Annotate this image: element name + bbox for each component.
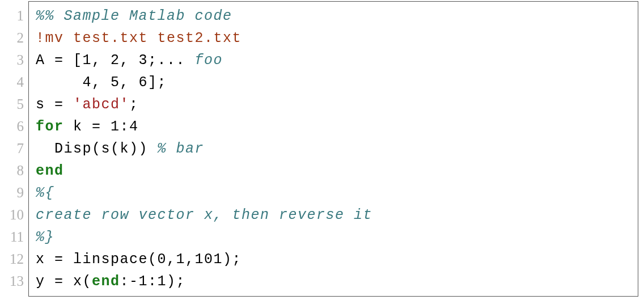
line-number: 9 <box>0 181 24 204</box>
code-box: %% Sample Matlab code !mv test.txt test2… <box>28 1 638 297</box>
line-number: 10 <box>0 204 24 226</box>
code-line: end <box>36 160 638 182</box>
code-line: 4, 5, 6]; <box>36 71 638 94</box>
code-line: %{ <box>36 182 638 204</box>
line-number: 8 <box>0 159 24 181</box>
code-line: A = [1, 2, 3;... foo <box>36 49 638 71</box>
token-keyword: for <box>36 119 64 135</box>
token-comment: % bar <box>158 141 205 157</box>
line-number: 5 <box>0 93 24 115</box>
code-line: !mv test.txt test2.txt <box>36 27 638 49</box>
token-default: Disp(s(k)) <box>36 141 158 157</box>
line-number: 13 <box>0 270 24 292</box>
token-default: k = 1:4 <box>64 119 139 135</box>
token-default: 4, 5, 6]; <box>36 74 167 91</box>
line-number: 3 <box>0 49 24 71</box>
token-default: s = <box>36 96 73 113</box>
code-line: for k = 1:4 <box>36 116 638 138</box>
token-default: A = [1, 2, 3;... <box>36 52 195 69</box>
token-default: ; <box>129 96 139 113</box>
line-number: 6 <box>0 115 24 137</box>
code-line: y = x(end:-1:1); <box>36 271 638 293</box>
token-keyword: end <box>92 273 120 290</box>
token-comment: create row vector x, then reverse it <box>36 207 372 223</box>
token-default: :-1:1); <box>120 273 186 290</box>
code-line: %% Sample Matlab code <box>36 5 638 27</box>
token-string: 'abcd' <box>73 96 129 113</box>
token-default: y = x( <box>36 273 92 290</box>
code-line: %} <box>36 226 638 248</box>
token-syscmd: !mv test.txt test2.txt <box>36 30 242 47</box>
code-listing: 1 2 3 4 5 6 7 8 9 10 11 12 13 %% Sample … <box>0 0 644 298</box>
code-line: s = 'abcd'; <box>36 94 638 116</box>
line-number: 7 <box>0 137 24 159</box>
line-number: 2 <box>0 27 24 49</box>
token-default: x = linspace(0,1,101); <box>36 251 242 268</box>
token-comment: %} <box>36 229 54 246</box>
code-line: x = linspace(0,1,101); <box>36 248 638 271</box>
token-keyword: end <box>36 163 64 179</box>
token-comment: foo <box>195 52 223 69</box>
line-number-gutter: 1 2 3 4 5 6 7 8 9 10 11 12 13 <box>0 1 28 297</box>
token-comment: %% Sample Matlab code <box>36 8 232 24</box>
token-comment: %{ <box>36 185 54 201</box>
line-number: 12 <box>0 248 24 270</box>
code-line: create row vector x, then reverse it <box>36 204 638 226</box>
code-line: Disp(s(k)) % bar <box>36 138 638 160</box>
line-number: 4 <box>0 71 24 93</box>
line-number: 1 <box>0 5 24 27</box>
line-number: 11 <box>0 226 24 248</box>
